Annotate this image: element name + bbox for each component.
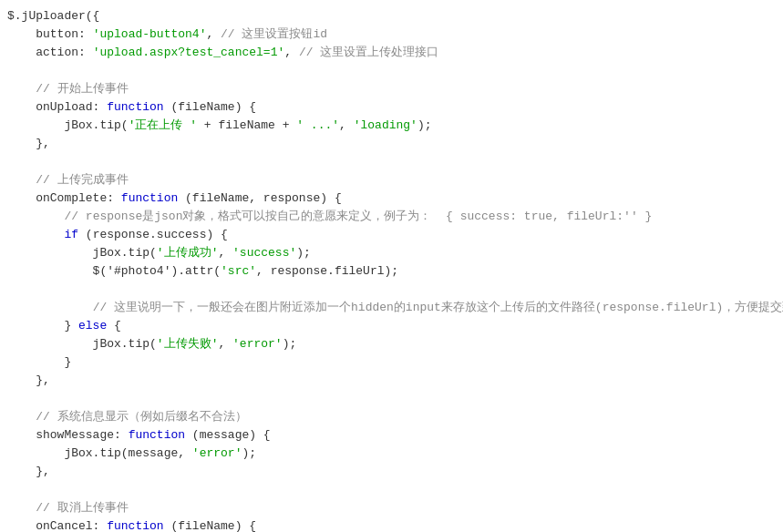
token: button: [7,27,93,41]
token: function [107,100,163,114]
code-line: $('#photo4').attr('src', response.fileUr… [0,262,783,281]
code-line: // 上传完成事件 [0,171,783,189]
code-line: }, [0,135,783,153]
token: }, [7,465,50,478]
token: function [129,428,185,442]
token: 'src' [221,264,256,278]
token: jBox.tip( [7,246,157,260]
code-line: onCancel: function (fileName) { [0,517,783,532]
code-line: jBox.tip('上传成功', 'success'); [0,244,783,262]
token: ); [417,118,432,132]
code-line: } else { [0,317,783,335]
code-text: jBox.tip('正在上传 ' + fileName + ' ...', 'l… [7,117,776,135]
code-text: } [7,353,776,372]
token: 'upload-button4' [93,27,207,41]
token [7,501,36,515]
token: onComplete: [7,191,121,205]
token: else [78,319,107,332]
token: $('#photo4').attr( [7,264,221,278]
token: 'upload.aspx?test_cancel=1' [93,46,285,59]
token: , [206,27,221,41]
code-text: onCancel: function (fileName) { [7,517,776,532]
token: '上传失败' [157,337,219,351]
code-line: // 这里说明一下，一般还会在图片附近添加一个hidden的input来存放这个… [0,299,783,317]
token: '正在上传 ' [129,118,197,132]
token: ); [283,337,297,351]
code-line: }, [0,372,783,390]
code-text: $('#photo4').attr('src', response.fileUr… [7,262,776,281]
token: action: [7,46,93,59]
code-text: jBox.tip('上传成功', 'success'); [7,244,776,262]
token: { [107,319,121,332]
code-line: if (response.success) { [0,226,783,244]
code-line: // 取消上传事件 [0,499,783,517]
code-line: } [0,353,783,372]
code-line: jBox.tip(message, 'error'); [0,445,783,463]
code-line [0,62,783,80]
code-line [0,481,783,499]
token: (response.success) { [78,228,228,241]
code-text: }, [7,463,776,481]
code-text: }, [7,135,776,153]
code-line: showMessage: function (message) { [0,426,783,445]
token: ); [296,246,311,260]
code-line: }, [0,463,783,481]
token: (fileName) { [164,100,256,114]
code-line [0,281,783,299]
token: function [121,191,178,205]
token: if [64,228,78,241]
code-text: // 系统信息显示（例如后缀名不合法） [7,408,776,426]
token: ); [242,446,256,460]
token [7,301,93,314]
token: 'loading' [354,118,417,132]
token: , [284,46,299,59]
token [7,210,64,223]
token: (fileName) { [164,519,256,532]
token [7,173,36,187]
code-line: jBox.tip('正在上传 ' + fileName + ' ...', 'l… [0,117,783,135]
token: (message) { [185,428,271,442]
code-text: jBox.tip('上传失败', 'error'); [7,335,776,353]
code-text: $.jUploader({ [7,7,776,26]
token: } [7,319,78,332]
code-line: $.jUploader({ [0,7,783,26]
token: 'error' [232,337,283,351]
token: // 取消上传事件 [36,501,128,515]
code-editor: $.jUploader({ button: 'upload-button4', … [0,0,783,532]
token: , [218,337,232,351]
token: // 这里说明一下，一般还会在图片附近添加一个hidden的input来存放这个… [93,301,783,314]
token: jBox.tip( [7,337,157,351]
code-text: action: 'upload.aspx?test_cancel=1', // … [7,44,776,62]
token: , [218,246,232,260]
token: jBox.tip( [7,118,129,132]
token: 'error' [192,446,242,460]
token: + fileName + [197,118,296,132]
token: }, [7,373,50,387]
token [7,410,36,424]
code-text: onComplete: function (fileName, response… [7,189,776,208]
code-text: }, [7,372,776,390]
token: 'success' [232,246,296,260]
token: $.jUploader({ [7,9,99,23]
code-line: onComplete: function (fileName, response… [0,189,783,208]
token: showMessage: [7,428,129,442]
code-line: onUpload: function (fileName) { [0,98,783,117]
token: }, [7,137,50,150]
token: jBox.tip(message, [7,446,192,460]
token: onUpload: [7,100,107,114]
code-text: button: 'upload-button4', // 这里设置按钮id [7,26,776,44]
token: , response.fileUrl); [256,264,398,278]
code-text: // 取消上传事件 [7,499,776,517]
code-line: // 系统信息显示（例如后缀名不合法） [0,408,783,426]
code-text: // 这里说明一下，一般还会在图片附近添加一个hidden的input来存放这个… [7,299,783,317]
code-text: } else { [7,317,776,335]
token: } [7,355,71,369]
token: function [107,519,163,532]
code-text: showMessage: function (message) { [7,426,776,445]
code-text: // response是json对象，格式可以按自己的意愿来定义，例子为： { … [7,208,776,226]
code-text: onUpload: function (fileName) { [7,98,776,117]
token: '上传成功' [157,246,219,260]
code-line: // response是json对象，格式可以按自己的意愿来定义，例子为： { … [0,208,783,226]
token: (fileName, response) { [178,191,341,205]
token: // 系统信息显示（例如后缀名不合法） [36,410,246,424]
